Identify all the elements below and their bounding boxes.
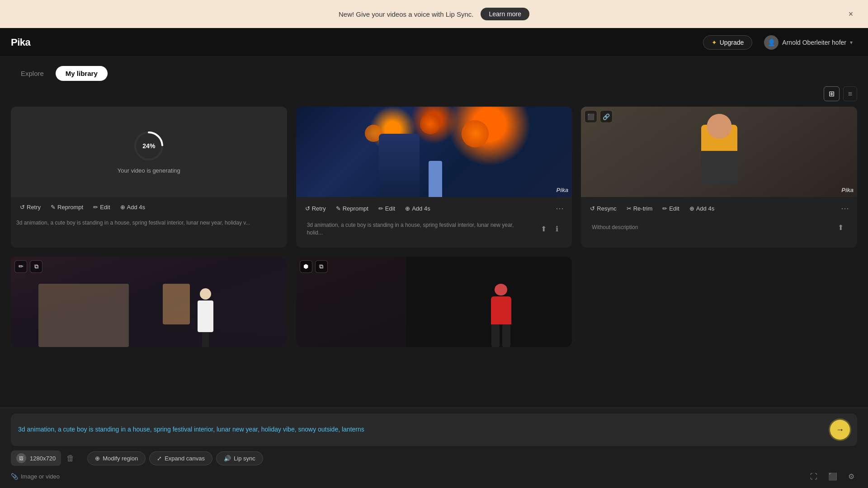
aspect-ratio-button[interactable]: ⬛ [826,470,840,483]
reprompt-button-1[interactable]: ✎ Reprompt [47,202,87,213]
option-buttons: ⊕ Modify region ⤢ Expand canvas 🔊 Lip sy… [87,451,263,465]
anime-thumb: Pika [296,107,572,197]
card3-overlay-icons: ⬛ 🔗 [585,110,613,123]
generating-label: Your video is generating [118,167,180,174]
delete-image-button[interactable]: 🗑 [65,452,76,465]
expand-canvas-button[interactable]: ⤢ Expand canvas [149,451,212,465]
dancer-thumb: ⬢ ⧉ [296,257,572,347]
share-button-3[interactable]: ⬆ [835,221,846,234]
more-button-2[interactable]: ⋯ [553,202,566,215]
video-card-room: ✏ ⧉ [11,257,287,347]
video-grid-row1: 24% Your video is generating ↺ Retry ✎ R… [11,107,857,248]
video-actions-3: ↺ Resync ✂ Re-trim ✏ Edit ⊕ Add 4s [581,197,857,220]
user-name: Arnold Oberleiter hofer [782,39,846,46]
modify-region-icon: ⊕ [95,455,100,462]
video-desc-1: 3d animation, a cute boy is standing in … [11,217,287,232]
generate-icon: → [836,425,844,435]
expand-canvas-icon: ⤢ [157,455,162,462]
tab-my-library[interactable]: My library [56,66,108,81]
edit-button-3[interactable]: ✏ Edit [659,203,683,214]
video-card-generating: 24% Your video is generating ↺ Retry ✎ R… [11,107,287,248]
reprompt-icon: ✎ [51,204,56,211]
grid-view-button[interactable]: ⊞ [824,86,840,101]
res-avatar: 🖼 [16,453,26,463]
add4s-icon-2: ⊕ [405,205,410,212]
lip-sync-icon: 🔊 [224,455,231,462]
progress-text: 24% [142,142,155,150]
edit-button-1[interactable]: ✏ Edit [90,202,113,213]
settings-button[interactable]: ⚙ [845,470,857,483]
upgrade-label: Upgrade [720,39,744,46]
empty-cell [581,257,857,347]
bottom-toolbar: 📎 Image or video ⛶ ⬛ ⚙ [11,470,857,483]
star-icon: ✦ [712,39,717,46]
dancer-image [296,257,572,347]
video-card-anime: Pika ↺ Retry ✎ Reprompt ✏ Edit [296,107,572,248]
card5-icon-1[interactable]: ⬢ [300,260,312,273]
modify-region-button[interactable]: ⊕ Modify region [87,451,146,465]
card4-dup-icon[interactable]: ⧉ [30,260,42,273]
announcement-banner: New! Give your videos a voice with Lip S… [0,0,868,28]
video-card-dancer: ⬢ ⧉ [296,257,572,347]
card5-overlay-icons: ⬢ ⧉ [300,260,328,273]
retry-icon-2: ↺ [305,205,310,212]
retrim-button[interactable]: ✂ Re-trim [623,203,656,214]
learn-more-button[interactable]: Learn more [481,8,529,20]
edit-icon-2: ✏ [378,205,383,212]
generate-button[interactable]: → [830,420,850,440]
fullscreen-icon-button[interactable]: ⛶ [807,471,820,483]
card5-icon-2[interactable]: ⧉ [315,260,328,273]
chevron-down-icon: ▾ [850,39,853,46]
banner-close-button[interactable]: × [844,8,857,20]
resync-icon: ↺ [590,205,595,212]
header: Pika ✦ Upgrade 👤 Arnold Oberleiter hofer… [0,28,868,57]
avatar: 👤 [764,35,778,50]
card4-edit-icon[interactable]: ✏ [14,260,27,273]
video-actions-2: ↺ Retry ✎ Reprompt ✏ Edit ⊕ Add 4s [296,197,572,220]
retrim-icon: ✂ [627,205,632,212]
room-image [11,257,287,347]
lip-sync-button[interactable]: 🔊 Lip sync [216,451,263,465]
list-view-button[interactable]: ≡ [843,86,857,101]
tab-explore[interactable]: Explore [11,66,54,81]
add4s-icon-3: ⊕ [689,205,694,212]
person-thumb: ⬛ 🔗 Pika [581,107,857,197]
toolbar-right: ⛶ ⬛ ⚙ [807,470,857,483]
more-button-3[interactable]: ⋯ [838,202,852,215]
user-menu[interactable]: 👤 Arnold Oberleiter hofer ▾ [760,33,857,52]
resync-button[interactable]: ↺ Resync [586,203,620,214]
retry-button-1[interactable]: ↺ Retry [16,202,44,213]
generating-thumb: 24% Your video is generating [11,107,287,197]
logo: Pika [11,37,30,48]
tabs: Explore My library [0,57,868,86]
edit-button-2[interactable]: ✏ Edit [375,203,399,214]
header-right: ✦ Upgrade 👤 Arnold Oberleiter hofer ▾ [703,33,857,52]
reprompt-icon-2: ✎ [336,205,341,212]
video-grid-row2: ✏ ⧉ [11,257,857,347]
card3-icon-1[interactable]: ⬛ [585,110,597,123]
video-actions-1: ↺ Retry ✎ Reprompt ✏ Edit ⊕ Add 4s [11,197,287,217]
image-or-video-button[interactable]: 📎 Image or video [11,473,60,480]
edit-icon-3: ✏ [662,205,667,212]
watermark-2: Pika [557,187,569,193]
share-button-2[interactable]: ⬆ [538,223,549,235]
add4s-button-2[interactable]: ⊕ Add 4s [401,203,434,214]
upgrade-button[interactable]: ✦ Upgrade [703,35,753,50]
card4-overlay-icons: ✏ ⧉ [14,260,42,273]
info-button-2[interactable]: ℹ [553,223,561,235]
retry-button-2[interactable]: ↺ Retry [302,203,330,214]
add4s-button-3[interactable]: ⊕ Add 4s [686,203,718,214]
bottom-options-row: 🖼 1280x720 🗑 ⊕ Modify region ⤢ Expand ca… [11,450,857,466]
grid-toolbar: ⊞ ≡ [11,86,857,101]
progress-ring: 24% [133,130,165,162]
card3-icon-2[interactable]: 🔗 [600,110,613,123]
banner-text: New! Give your videos a voice with Lip S… [339,10,473,18]
reprompt-button-2[interactable]: ✎ Reprompt [332,203,372,214]
watermark-3: Pika [841,187,854,193]
video-card-person: ⬛ 🔗 Pika ↺ Resync ✂ Re-trim ✏ [581,107,857,248]
video-desc-2: 3d animation, a cute boy is standing in … [302,221,533,242]
add4s-button-1[interactable]: ⊕ Add 4s [117,202,149,213]
bottom-bar: 3d animation, a cute boy is standing in … [0,408,868,488]
prompt-area[interactable]: 3d animation, a cute boy is standing in … [11,413,857,446]
person-image [581,107,857,197]
